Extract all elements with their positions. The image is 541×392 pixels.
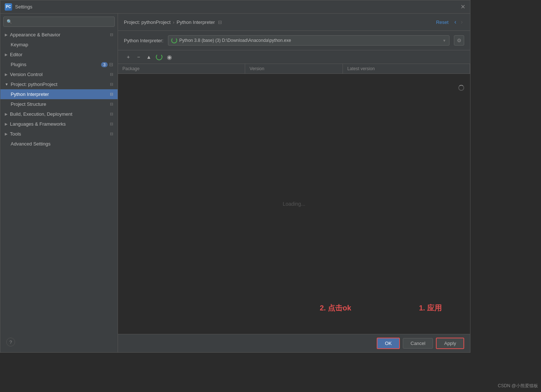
breadcrumb-nav: Reset ‹ ›	[436, 18, 464, 26]
sidebar-item-label: Plugins	[5, 62, 26, 67]
remove-package-button[interactable]: −	[134, 53, 143, 61]
sidebar-item-editor[interactable]: ▶ Editor	[0, 50, 118, 60]
interpreter-value: Python 3.8 (base) (3) D:\Download\Anacon…	[179, 38, 440, 43]
sidebar-item-build[interactable]: ▶ Build, Execution, Deployment ⊟	[0, 109, 118, 119]
sidebar-item-keymap[interactable]: Keymap	[0, 40, 118, 50]
search-icon: 🔍	[7, 19, 12, 24]
up-button[interactable]: ▲	[144, 53, 153, 61]
table-header: Package Version Latest version	[118, 64, 470, 74]
pin-icon: ⊟	[110, 32, 113, 37]
sidebar-item-label: Python Interpreter	[11, 91, 49, 97]
sidebar-item-plugins[interactable]: Plugins 3 ⊟	[0, 60, 118, 69]
packages-table: Package Version Latest version Loading..…	[118, 64, 470, 334]
watermark-text: CSDN @小熊爱猫板	[498, 383, 538, 389]
eye-button[interactable]: ◉	[165, 53, 174, 61]
reset-button[interactable]: Reset	[436, 19, 448, 25]
add-package-button[interactable]: +	[124, 53, 133, 61]
sidebar-item-label: Editor	[10, 52, 22, 57]
chevron-down-icon: ▼	[443, 39, 446, 43]
refresh-button[interactable]	[155, 53, 164, 61]
chevron-icon: ▶	[5, 72, 8, 76]
breadcrumb: Project: pythonProject › Python Interpre…	[118, 14, 470, 31]
app-logo: PC	[5, 3, 12, 11]
breadcrumb-current: Python Interpreter	[177, 19, 215, 25]
pin-icon: ⊟	[110, 132, 113, 136]
ok-button[interactable]: OK	[377, 338, 400, 349]
sidebar-item-label: Languages & Frameworks	[10, 121, 66, 127]
sidebar-item-languages[interactable]: ▶ Languages & Frameworks ⊟	[0, 119, 118, 129]
loading-spinner	[458, 85, 464, 91]
pin-icon: ⊟	[110, 92, 113, 97]
search-box[interactable]: 🔍	[3, 17, 115, 27]
loading-text: Loading...	[283, 201, 305, 207]
close-icon[interactable]: ✕	[460, 4, 466, 10]
title-bar: PC Settings ✕	[0, 0, 470, 14]
sidebar-item-project[interactable]: ▼ Project: pythonProject ⊟	[0, 79, 118, 89]
sidebar-item-label: Build, Execution, Deployment	[10, 111, 72, 117]
chevron-icon: ▶	[5, 132, 8, 136]
version-column-header: Version	[245, 64, 343, 73]
interpreter-label: Python Interpreter:	[124, 38, 164, 43]
breadcrumb-project: Project: pythonProject	[124, 19, 171, 25]
toolbar: + − ▲ ◉	[118, 50, 470, 64]
pin-icon: ⊟	[110, 72, 113, 77]
window-title: Settings	[15, 4, 460, 10]
chevron-icon: ▶	[5, 33, 8, 37]
sidebar-item-label: Project: pythonProject	[11, 82, 57, 87]
help-button[interactable]: ?	[6, 338, 15, 346]
interpreter-dropdown[interactable]: Python 3.8 (base) (3) D:\Download\Anacon…	[168, 35, 449, 46]
pin-icon: ⊟	[110, 122, 113, 126]
sidebar-item-advanced[interactable]: Advanced Settings	[0, 139, 118, 149]
sidebar-item-label: Appearance & Behavior	[10, 32, 60, 37]
sidebar-item-tools[interactable]: ▶ Tools ⊟	[0, 129, 118, 139]
latest-version-column-header: Latest version	[343, 64, 470, 73]
sidebar-item-python-interpreter[interactable]: Python Interpreter ⊟	[0, 89, 118, 99]
sidebar-item-label: Keymap	[5, 42, 28, 47]
forward-button[interactable]: ›	[459, 18, 464, 26]
apply-button[interactable]: Apply	[436, 338, 464, 349]
package-column-header: Package	[118, 64, 245, 73]
sidebar-icons: 3 ⊟	[101, 62, 113, 67]
plugins-badge: 3	[101, 62, 108, 67]
cancel-button[interactable]: Cancel	[403, 338, 433, 349]
breadcrumb-separator: ›	[173, 19, 174, 25]
chevron-icon: ▶	[5, 53, 8, 57]
interpreter-row: Python Interpreter: Python 3.8 (base) (3…	[118, 31, 470, 50]
chevron-down-icon: ▼	[5, 82, 8, 86]
sidebar-item-label: Project Structure	[11, 101, 46, 107]
sidebar-item-version-control[interactable]: ▶ Version Control ⊟	[0, 69, 118, 79]
right-panel: Project: pythonProject › Python Interpre…	[118, 14, 470, 352]
pin-icon: ⊟	[110, 102, 113, 107]
pin-icon: ⊟	[218, 19, 222, 25]
gear-button[interactable]: ⚙	[454, 35, 464, 46]
sidebar-item-appearance[interactable]: ▶ Appearance & Behavior ⊟	[0, 30, 118, 40]
chevron-icon: ▶	[5, 122, 8, 126]
pin-icon: ⊟	[109, 62, 113, 67]
table-body: Loading...	[118, 74, 470, 334]
sidebar-item-project-structure[interactable]: Project Structure ⊟	[0, 99, 118, 109]
bottom-bar: ? OK Cancel Apply	[118, 334, 470, 352]
chevron-icon: ▶	[5, 112, 8, 116]
sidebar-item-label: Tools	[10, 131, 21, 137]
pin-icon: ⊟	[110, 82, 113, 87]
sidebar-item-label: Version Control	[10, 72, 43, 77]
sidebar: 🔍 ▶ Appearance & Behavior ⊟ Keymap ▶ Edi…	[0, 14, 118, 352]
back-button[interactable]: ‹	[453, 18, 458, 26]
sidebar-item-label: Advanced Settings	[5, 141, 50, 147]
interpreter-spinning-icon	[171, 37, 177, 43]
pin-icon: ⊟	[110, 112, 113, 116]
